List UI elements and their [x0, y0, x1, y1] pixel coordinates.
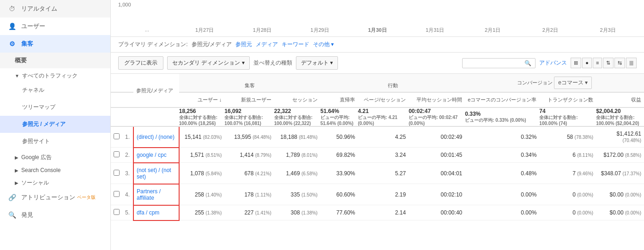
row-bounce: 60.60%	[320, 184, 358, 205]
sidebar-item-overview[interactable]: 概要	[0, 53, 110, 68]
row-conversion: 0.32%	[465, 126, 539, 148]
toolbar-link-keyword[interactable]: キーワード	[282, 41, 309, 48]
header-new-users[interactable]: 新規ユーザー	[224, 92, 274, 107]
sidebar-item-treemap[interactable]: ツリーマップ	[0, 99, 110, 116]
user-icon: 👤	[7, 23, 17, 30]
sidebar-item-google-ads[interactable]: ▶ Google 広告	[0, 150, 110, 163]
header-source: 参照元/メディア	[133, 74, 179, 107]
row-sessions: 335 (1.50%)	[274, 184, 320, 205]
row-new-users: 678 (4.21%)	[224, 163, 274, 184]
view-icon-compare[interactable]: ⇆	[614, 58, 625, 68]
col-group-acquisition: 集客	[179, 74, 320, 92]
row-users: 15,141 (82.03%)	[179, 126, 225, 148]
col-group-behavior: 行動	[320, 74, 465, 92]
row-source[interactable]: (direct) / (none)	[133, 126, 179, 148]
header-ecommerce-conv[interactable]: eコマースのコンバージョン率	[465, 92, 539, 107]
sidebar-item-discover[interactable]: 🔍 発見	[0, 206, 110, 224]
advance-link[interactable]: アドバンス	[539, 59, 567, 67]
realtime-icon: ⏱	[7, 5, 17, 12]
view-icon-sort[interactable]: ⇅	[603, 58, 614, 68]
row-source[interactable]: dfa / cpm	[133, 205, 179, 220]
main-content: 1,000 ... 1月27日 1月28日 1月29日 1月30日 1月31日 …	[111, 0, 644, 250]
row-pages-session: 3.24	[358, 148, 409, 163]
x-label-3: 1月29日	[291, 27, 349, 34]
sidebar-item-channels[interactable]: チャネル	[0, 82, 110, 99]
view-icon-grid[interactable]: ⊞	[571, 58, 581, 68]
total-pages-session: 4.21 ビューの平均: 4.21 (0.00%)	[358, 107, 409, 126]
sidebar-item-referral[interactable]: 参照サイト	[0, 133, 110, 150]
total-users: 18,256 全体に対する割合: 100.00% (18,256)	[179, 107, 225, 126]
conversion-dropdown[interactable]: eコマース ▾	[554, 77, 592, 89]
sidebar-item-alltraffic[interactable]: ▼ すべてのトラフィック	[0, 68, 110, 82]
header-avg-session[interactable]: 平均セッション時間	[409, 92, 465, 107]
row-transactions: 0 (0.00%)	[539, 205, 596, 220]
row-new-users: 1,414 (8.79%)	[224, 148, 274, 163]
sort-type-dropdown[interactable]: デフォルト ▾	[296, 56, 338, 70]
toolbar-link-referrer[interactable]: 参照元	[235, 41, 252, 48]
sidebar-item-user[interactable]: 👤 ユーザー	[0, 18, 110, 35]
row-users: 255 (1.38%)	[179, 205, 225, 220]
total-transactions: 74 全体に対する割合: 100.00% (74)	[539, 107, 596, 126]
row-source[interactable]: (not set) / (not set)	[133, 163, 179, 184]
acquisition-icon: ⚙	[7, 40, 17, 48]
data-table-wrapper: 参照元/メディア 集客 行動 コンバージョン eコマース ▾	[111, 74, 644, 250]
secondary-dimension-dropdown[interactable]: セカンダリ ディメンション ▾	[167, 56, 250, 70]
total-sessions: 22,322 全体に対する割合: 100.00% (22,322)	[274, 107, 320, 126]
total-bounce: 51.64% ビューの平均: 51.64% (0.00%)	[320, 107, 358, 126]
row-rank: 1.	[122, 126, 133, 148]
controls-bar: グラフに表示 セカンダリ ディメンション ▾ 並べ替えの種類 デフォルト ▾ 🔍…	[111, 53, 644, 74]
toolbar-link-other[interactable]: その他 ▾	[313, 41, 334, 48]
row-revenue: $0.00 (0.00%)	[596, 205, 644, 220]
sidebar-item-realtime[interactable]: ⏱ リアルタイム	[0, 0, 110, 18]
header-sessions[interactable]: セッション	[274, 92, 320, 107]
graph-display-button[interactable]: グラフに表示	[118, 56, 163, 70]
header-transactions[interactable]: トランザクション数	[539, 92, 596, 107]
row-revenue: $0.00 (0.00%)	[596, 184, 644, 205]
row-conversion: 0.48%	[465, 163, 539, 184]
attribution-icon: 🔗	[7, 194, 17, 201]
header-pages-session[interactable]: ページ/セッション	[358, 92, 409, 107]
sidebar-item-search-console[interactable]: ▶ Search Console	[0, 163, 110, 175]
row-source[interactable]: Partners / affiliate	[133, 184, 179, 205]
header-revenue[interactable]: 収益	[596, 92, 644, 107]
table-row: 4.Partners / affiliate258 (1.40%)178 (1.…	[111, 184, 644, 205]
row-checkbox	[111, 148, 122, 163]
sidebar-item-source-medium[interactable]: 参照元 / メディア	[0, 116, 110, 133]
x-label-4: 1月30日	[349, 27, 406, 34]
header-users[interactable]: ユーザー ↓	[179, 92, 225, 107]
row-conversion: 0.34%	[465, 148, 539, 163]
row-new-users: 178 (1.11%)	[224, 184, 274, 205]
total-checkbox	[111, 107, 122, 126]
row-avg-session: 00:04:01	[409, 163, 465, 184]
row-sessions: 308 (1.38%)	[274, 205, 320, 220]
view-icon-list[interactable]: ≡	[593, 58, 602, 68]
row-users: 1,078 (5.84%)	[179, 163, 225, 184]
view-icons-group: ⊞ ● ≡ ⇅ ⇆ |||	[571, 58, 637, 68]
sidebar-item-acquisition[interactable]: ⚙ 集客	[0, 35, 110, 53]
row-users: 258 (1.40%)	[179, 184, 225, 205]
header-rank	[122, 74, 133, 92]
row-revenue: $172.00 (8.58%)	[596, 148, 644, 163]
current-dimension: 参照元/メディア	[192, 41, 232, 48]
row-sessions: 1,469 (6.58%)	[274, 163, 320, 184]
toolbar-link-media[interactable]: メディア	[256, 41, 278, 48]
row-conversion: 0.00%	[465, 205, 539, 220]
header-bounce[interactable]: 直帰率	[320, 92, 358, 107]
row-source[interactable]: google / cpc	[133, 148, 179, 163]
search-icon[interactable]: 🔍	[524, 60, 531, 66]
row-pages-session: 4.25	[358, 126, 409, 148]
view-icon-pie[interactable]: ●	[582, 58, 592, 68]
search-wrapper: 🔍	[462, 58, 536, 68]
row-sessions: 18,188 (81.48%)	[274, 126, 320, 148]
view-icon-bar[interactable]: |||	[626, 58, 637, 68]
sidebar-item-attribution[interactable]: 🔗 アトリビューション ベータ版	[0, 189, 110, 206]
triangle-icon-social: ▶	[15, 180, 18, 185]
row-rank: 5.	[122, 205, 133, 220]
table-row: 1.(direct) / (none)15,141 (82.03%)13,595…	[111, 126, 644, 148]
triangle-icon-ads: ▶	[15, 155, 18, 160]
row-transactions: 6 (8.11%)	[539, 148, 596, 163]
search-input[interactable]	[466, 60, 522, 66]
sidebar-item-social[interactable]: ▶ ソーシャル	[0, 175, 110, 189]
discover-icon: 🔍	[7, 211, 17, 219]
row-avg-session: 00:00:40	[409, 205, 465, 220]
